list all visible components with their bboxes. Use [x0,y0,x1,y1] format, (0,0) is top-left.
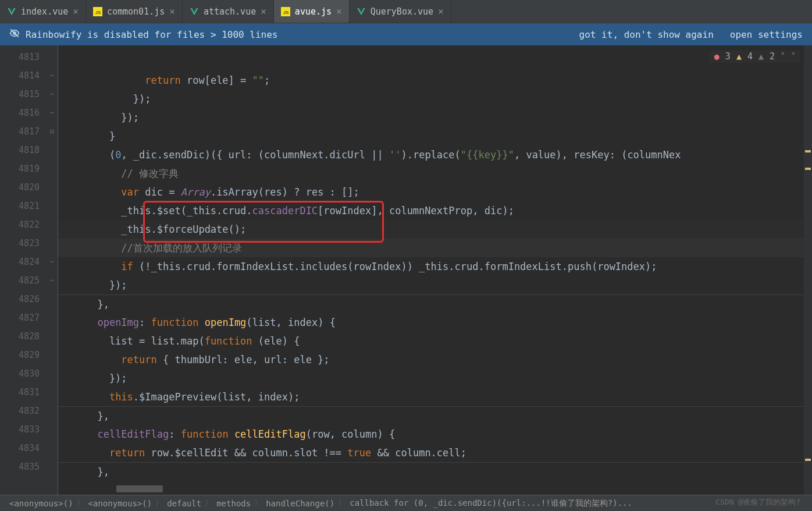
code-line[interactable]: }, [58,406,812,425]
banner-message: Rainbowify is disabled for files > 1000 … [26,29,277,40]
fold-marker[interactable] [47,290,58,308]
breadcrumb-bar[interactable]: <anonymous>()〉<anonymous>()〉default〉meth… [0,495,812,511]
fold-marker[interactable]: ⌐ [47,271,58,290]
close-icon[interactable]: × [169,6,175,17]
close-icon[interactable]: × [336,6,342,17]
fold-marker[interactable] [47,197,58,215]
vue-file-icon [190,7,199,16]
tab-attach-vue[interactable]: attach.vue× [183,0,274,23]
tab-label: avue.js [295,6,332,17]
line-number: 4817 [0,122,47,141]
breadcrumb-item[interactable]: callback for (0, _dic.sendDic)({url:...!… [350,498,632,509]
close-icon[interactable]: × [261,6,266,17]
fold-marker[interactable] [47,48,58,66]
editor-tabs: index.vue×JScommon01.js×attach.vue×JSavu… [0,0,812,23]
code-line[interactable]: } [58,127,812,146]
banner-settings-link[interactable]: open settings [730,29,803,40]
line-number-gutter: 4813481448154816481748184819482048214822… [0,45,47,495]
warning-icon: ▲ [736,51,742,62]
code-line[interactable]: return row.$cellEdit && column.slot !== … [58,443,812,462]
tab-label: attach.vue [204,6,256,17]
close-icon[interactable]: × [438,6,444,17]
fold-marker[interactable]: ⌐ [47,104,58,122]
code-area[interactable]: return row[ele] = ""; }); }); } (0, _dic… [58,45,812,495]
line-number: 4813 [0,48,47,66]
breadcrumb-item[interactable]: <anonymous>() [88,499,152,508]
tab-label: common01.js [107,6,165,17]
js-file-icon: JS [281,7,290,16]
breadcrumb-item[interactable]: methods [216,499,251,508]
code-line[interactable]: _this.$set(_this.crud.cascaderDIC[rowInd… [58,201,812,220]
code-line[interactable]: }); [58,108,812,127]
code-line[interactable]: if (!_this.crud.formIndexList.includes(r… [58,257,812,276]
fold-marker[interactable]: ⊟ [47,122,58,141]
error-stripe[interactable] [804,45,812,495]
code-line[interactable]: cellEditFlag: function cellEditFlag(row,… [58,425,812,443]
code-line[interactable]: // 修改字典 [58,164,812,183]
fold-marker[interactable] [47,234,58,253]
code-line[interactable] [58,481,812,495]
line-number: 4820 [0,178,47,197]
notification-banner: Rainbowify is disabled for files > 1000 … [0,23,812,45]
tab-label: index.vue [21,6,68,17]
code-line[interactable]: this.$ImagePreview(list, index); [58,388,812,406]
fold-marker[interactable] [47,457,58,476]
code-editor[interactable]: 4813481448154816481748184819482048214822… [0,45,812,495]
banner-dismiss-link[interactable]: got it, don't show again [579,29,714,40]
fold-marker[interactable] [47,327,58,346]
fold-marker[interactable] [47,308,58,327]
breadcrumb-item[interactable]: default [167,499,201,508]
fold-marker[interactable] [47,402,58,420]
fold-marker[interactable] [47,141,58,159]
breadcrumb-item[interactable]: <anonymous>() [9,499,73,508]
breadcrumb-item[interactable]: handleChange() [266,499,334,508]
line-number: 4835 [0,457,47,476]
warning-count: 4 [747,51,753,62]
tab-avue-js[interactable]: JSavue.js× [274,0,350,23]
line-number: 4824 [0,253,47,271]
line-number: 4828 [0,327,47,346]
fold-marker[interactable] [47,383,58,402]
tab-index-vue[interactable]: index.vue× [0,0,86,23]
code-line[interactable]: var dic = Array.isArray(res) ? res : []; [58,183,812,201]
line-number: 4826 [0,290,47,308]
line-number: 4818 [0,141,47,159]
horizontal-scrollbar[interactable] [116,485,163,492]
fold-marker[interactable] [47,439,58,457]
close-icon[interactable]: × [73,6,79,17]
breadcrumb-separator: 〉 [338,498,346,509]
breadcrumb-separator: 〉 [205,498,213,509]
fold-marker[interactable] [47,364,58,383]
code-line[interactable]: (0, _dic.sendDic)({ url: (columnNext.dic… [58,146,812,164]
code-line[interactable]: //首次加载的放入队列记录 [58,239,812,257]
fold-marker[interactable]: ⌐ [47,253,58,271]
code-line[interactable]: _this.$forceUpdate(); [58,220,812,239]
fold-gutter[interactable]: ⌐⌐⌐⊟⌐⌐ [47,45,58,495]
code-line[interactable]: return { thumbUrl: ele, url: ele }; [58,350,812,369]
fold-marker[interactable] [47,420,58,439]
code-line[interactable]: return row[ele] = ""; [58,71,812,90]
code-line[interactable]: }); [58,276,812,294]
fold-marker[interactable] [47,178,58,197]
code-line[interactable]: }); [58,369,812,388]
vue-file-icon [7,7,16,16]
code-line[interactable]: }, [58,462,812,481]
fold-marker[interactable] [47,346,58,364]
fold-marker[interactable] [47,159,58,178]
code-line[interactable]: }, [58,294,812,313]
breadcrumb-separator: 〉 [77,498,85,509]
code-line[interactable]: openImg: function openImg(list, index) { [58,313,812,332]
chevron-up-icon[interactable]: ˄ [781,51,785,62]
code-line[interactable]: list = list.map(function (ele) { [58,332,812,350]
chevron-down-icon[interactable]: ˅ [791,51,796,62]
fold-marker[interactable]: ⌐ [47,85,58,104]
code-line[interactable]: }); [58,90,812,108]
tab-QueryBox-vue[interactable]: QueryBox.vue× [350,0,451,23]
breadcrumb-separator: 〉 [155,498,163,509]
line-number: 4830 [0,364,47,383]
svg-text:JS: JS [95,10,101,15]
fold-marker[interactable]: ⌐ [47,66,58,85]
inspection-summary[interactable]: ●3 ▲4 ▲2 ˄ ˅ [710,50,800,63]
fold-marker[interactable] [47,215,58,234]
tab-common01-js[interactable]: JScommon01.js× [86,0,183,23]
